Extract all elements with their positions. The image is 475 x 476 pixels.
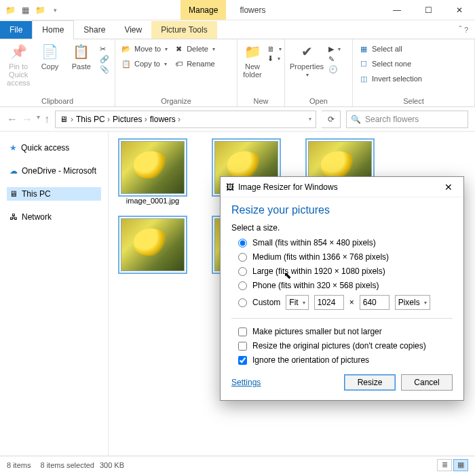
radio-phone[interactable] — [238, 281, 247, 290]
breadcrumb-flowers[interactable]: flowers — [150, 115, 180, 124]
paste-button[interactable]: 📋 Paste — [69, 42, 94, 71]
select-none-icon: ☐ — [358, 58, 369, 69]
checkbox-smaller[interactable] — [238, 328, 247, 336]
size-option-small[interactable]: Small (fits within 854 × 480 pixels) — [238, 238, 453, 247]
tab-share[interactable]: Share — [74, 21, 115, 39]
unit-select[interactable]: Pixels▾ — [395, 295, 430, 310]
open-icon[interactable]: ▶▾ — [328, 45, 341, 54]
radio-large[interactable] — [238, 267, 247, 276]
tab-file[interactable]: File — [0, 21, 32, 39]
resize-button[interactable]: Resize — [344, 374, 396, 391]
copy-to-button[interactable]: 📋Copy to▾ — [121, 58, 168, 69]
radio-custom-label: Custom — [252, 298, 280, 307]
breadcrumb-thispc[interactable]: This PC — [76, 115, 110, 124]
checkbox-replace[interactable] — [238, 342, 247, 351]
invert-selection-button[interactable]: ◫Invert selection — [358, 73, 422, 84]
copy-path-icon[interactable]: 🔗 — [100, 55, 109, 64]
minimize-button[interactable]: — — [381, 0, 413, 20]
properties-label: Properties — [290, 62, 324, 71]
copy-icon: 📄 — [40, 42, 59, 61]
dialog-close-button[interactable]: ✕ — [439, 182, 458, 193]
copy-label: Copy — [41, 62, 59, 71]
address-caret-icon[interactable]: ▾ — [309, 116, 311, 122]
cloud-icon: ☁ — [10, 166, 18, 176]
forward-button[interactable]: → — [22, 113, 33, 125]
dialog-title: Image Resizer for Windows — [238, 182, 338, 192]
move-to-button[interactable]: 📂Move to▾ — [121, 43, 168, 54]
sidebar-onedrive[interactable]: ☁OneDrive - Microsoft — [7, 164, 101, 178]
size-option-custom[interactable]: Custom Fit▾ 1024 × 640 Pixels▾ — [238, 295, 453, 310]
view-thumbnails-button[interactable]: ▦ — [453, 459, 468, 471]
group-open-label: Open — [290, 96, 347, 105]
history-icon[interactable]: 🕘 — [328, 65, 341, 74]
settings-link[interactable]: Settings — [231, 378, 261, 387]
qat-properties-icon[interactable]: ▦ — [19, 4, 31, 16]
check-ignore-orientation[interactable]: Ignore the orientation of pictures — [238, 355, 453, 365]
qat-new-folder-icon[interactable]: 📁 — [34, 4, 46, 16]
back-button[interactable]: ← — [7, 113, 18, 125]
radio-phone-label: Phone (fits within 320 × 568 pixels) — [252, 281, 379, 290]
select-all-icon: ▦ — [358, 43, 369, 54]
view-details-button[interactable]: ≣ — [437, 459, 452, 471]
tab-picture-tools[interactable]: Picture Tools — [151, 21, 216, 39]
refresh-button[interactable]: ⟳ — [322, 111, 341, 128]
radio-small-label: Small (fits within 854 × 480 pixels) — [252, 238, 376, 247]
address-bar[interactable]: 🖥 › This PC Pictures flowers ▾ — [55, 111, 316, 128]
edit-icon[interactable]: ✎ — [328, 55, 341, 64]
copy-button[interactable]: 📄 Copy — [37, 42, 62, 71]
cancel-button[interactable]: Cancel — [401, 374, 453, 391]
fit-mode-select[interactable]: Fit▾ — [286, 295, 308, 310]
tab-home[interactable]: Home — [32, 20, 74, 39]
rename-button[interactable]: 🏷Rename — [173, 58, 215, 69]
file-item[interactable]: image_0001.jpg — [115, 141, 190, 205]
close-button[interactable]: ✕ — [444, 0, 475, 20]
group-clipboard-label: Clipboard — [5, 96, 109, 105]
delete-button[interactable]: ✖Delete▾ — [173, 43, 215, 54]
qat-caret-icon[interactable]: ▾ — [49, 4, 61, 16]
search-input[interactable]: 🔍 Search flowers — [346, 111, 468, 128]
up-button[interactable]: ↑ — [44, 113, 50, 125]
check-replace-original[interactable]: Resize the original pictures (don't crea… — [238, 341, 453, 351]
group-new-label: New — [243, 96, 279, 105]
pin-icon: 📌 — [9, 42, 28, 61]
sidebar-this-pc[interactable]: 🖥This PC — [7, 187, 101, 201]
easy-access-icon[interactable]: ⬇▾ — [267, 54, 282, 63]
size-option-medium[interactable]: Medium (fits within 1366 × 768 pixels) — [238, 252, 453, 262]
properties-icon: ✔ — [297, 42, 316, 61]
paste-shortcut-icon[interactable]: 📎 — [100, 65, 109, 74]
custom-width-input[interactable]: 1024 — [314, 295, 344, 310]
size-option-large[interactable]: Large (fits within 1920 × 1080 pixels) — [238, 266, 453, 276]
properties-button[interactable]: ✔ Properties ▾ — [290, 42, 323, 78]
recent-caret-icon[interactable]: ▾ — [37, 113, 40, 125]
delete-label: Delete — [187, 45, 208, 53]
network-icon: 🖧 — [10, 212, 18, 222]
radio-small[interactable] — [238, 239, 247, 247]
new-folder-button[interactable]: 📁 New folder — [243, 42, 262, 79]
folder-app-icon: 📁 — [4, 4, 16, 16]
radio-custom[interactable] — [238, 298, 247, 307]
sidebar-quick-access[interactable]: ★Quick access — [7, 141, 101, 155]
checkbox-orientation[interactable] — [238, 356, 247, 365]
cut-icon[interactable]: ✂ — [100, 45, 109, 54]
maximize-button[interactable]: ☐ — [413, 0, 444, 20]
file-name: image_0001.jpg — [126, 197, 179, 205]
new-item-icon[interactable]: 🗎▾ — [267, 45, 282, 53]
tab-view[interactable]: View — [115, 21, 151, 39]
checkbox-smaller-label: Make pictures smaller but not larger — [252, 327, 382, 336]
size-option-phone[interactable]: Phone (fits within 320 × 568 pixels) — [238, 281, 453, 290]
radio-medium-label: Medium (fits within 1366 × 768 pixels) — [252, 252, 389, 262]
pin-label: Pin to Quick access — [5, 62, 31, 87]
paste-icon: 📋 — [72, 42, 91, 61]
select-all-button[interactable]: ▦Select all — [358, 43, 422, 54]
breadcrumb-pictures[interactable]: Pictures — [113, 115, 147, 124]
select-none-button[interactable]: ☐Select none — [358, 58, 422, 69]
new-folder-icon: 📁 — [243, 42, 262, 61]
check-smaller-only[interactable]: Make pictures smaller but not larger — [238, 327, 453, 336]
ribbon-collapse-icon[interactable]: ˆ ? — [453, 21, 475, 39]
move-icon: 📂 — [121, 43, 132, 54]
file-item[interactable] — [115, 218, 190, 282]
pin-quick-access-button[interactable]: 📌 Pin to Quick access — [5, 42, 31, 87]
custom-height-input[interactable]: 640 — [360, 295, 390, 310]
sidebar-network[interactable]: 🖧Network — [7, 210, 101, 224]
radio-medium[interactable] — [238, 253, 247, 262]
